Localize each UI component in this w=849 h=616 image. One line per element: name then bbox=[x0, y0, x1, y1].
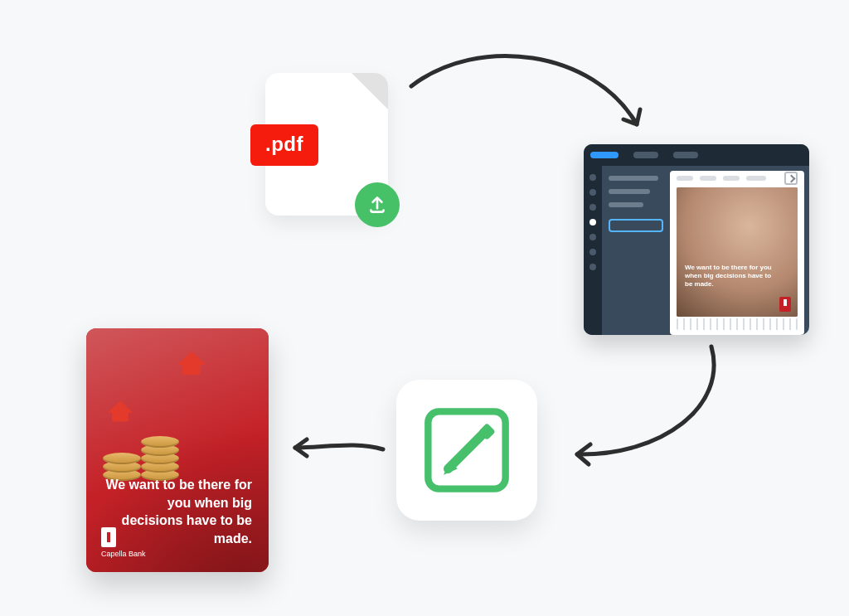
next-icon[interactable] bbox=[784, 172, 798, 185]
house-icon bbox=[108, 400, 133, 421]
timeline-ruler bbox=[677, 318, 798, 330]
canvas-segment bbox=[700, 176, 716, 181]
editor-canvas[interactable]: We want to be there for you when big dec… bbox=[677, 187, 798, 317]
workflow-diagram: .pdf bbox=[0, 0, 849, 616]
upload-icon bbox=[355, 182, 400, 227]
arrow-editor-to-edit bbox=[554, 340, 728, 473]
canvas-top-bar bbox=[670, 171, 804, 186]
canvas-brand-mark bbox=[779, 297, 791, 312]
side-text-input[interactable] bbox=[609, 219, 663, 232]
tool-dot[interactable] bbox=[589, 174, 596, 181]
editor-side-panel bbox=[602, 166, 670, 335]
tool-dot[interactable] bbox=[589, 249, 596, 255]
canvas-segment bbox=[723, 176, 740, 181]
tool-dot[interactable] bbox=[589, 204, 596, 211]
page-fold-icon bbox=[352, 73, 388, 109]
output-creative-card: We want to be there for you when big dec… bbox=[86, 328, 269, 572]
tool-dot[interactable] bbox=[589, 264, 596, 270]
editor-tab-active[interactable] bbox=[590, 152, 619, 158]
editor-tab-bar bbox=[584, 144, 809, 166]
tool-dot[interactable] bbox=[589, 234, 596, 240]
tool-dot[interactable] bbox=[589, 189, 596, 196]
house-icon bbox=[177, 352, 206, 375]
canvas-headline-text: We want to be there for you when big dec… bbox=[685, 264, 776, 289]
brand-mark-icon bbox=[101, 527, 116, 547]
tool-dot-active[interactable] bbox=[589, 219, 596, 226]
coin-stack-icon bbox=[103, 438, 141, 481]
side-field bbox=[609, 202, 643, 207]
editor-tab[interactable] bbox=[673, 152, 698, 158]
editor-tool-rail bbox=[584, 166, 602, 335]
output-brand: Capella Bank bbox=[101, 527, 146, 559]
editor-tab[interactable] bbox=[633, 152, 658, 158]
pdf-extension-badge: .pdf bbox=[250, 124, 318, 166]
editor-app-window: We want to be there for you when big dec… bbox=[584, 144, 809, 335]
side-field bbox=[609, 189, 650, 194]
canvas-segment bbox=[746, 176, 766, 181]
arrow-edit-to-output bbox=[282, 431, 390, 464]
smart-edit-tile bbox=[396, 380, 537, 521]
editor-canvas-area: We want to be there for you when big dec… bbox=[670, 171, 804, 335]
pdf-file-card: .pdf bbox=[265, 73, 388, 216]
side-field bbox=[609, 176, 658, 181]
pencil-frame-icon bbox=[420, 404, 513, 497]
arrow-pdf-to-editor bbox=[403, 41, 652, 158]
canvas-segment bbox=[677, 176, 693, 181]
coin-stack-icon bbox=[141, 421, 179, 481]
brand-name-text: Capella Bank bbox=[101, 551, 146, 559]
